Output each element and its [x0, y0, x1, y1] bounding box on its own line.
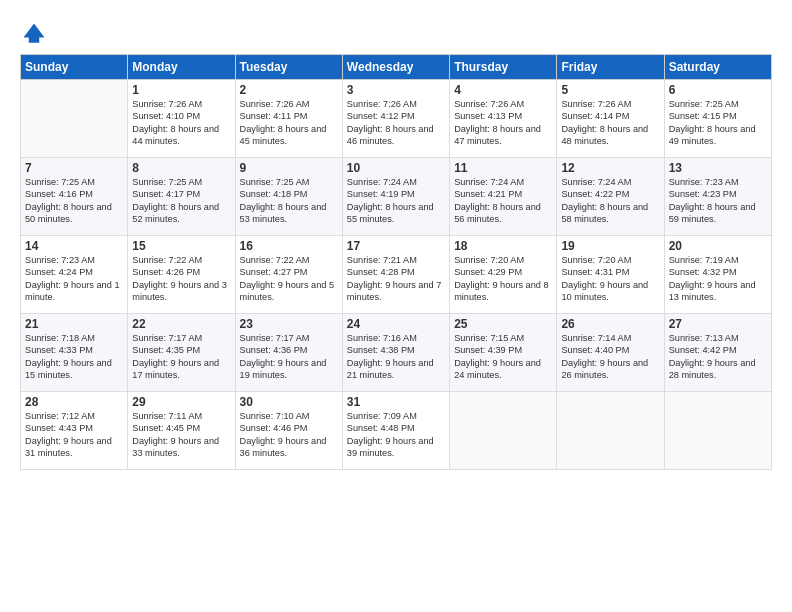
calendar-cell: 27Sunrise: 7:13 AMSunset: 4:42 PMDayligh…	[664, 314, 771, 392]
calendar-cell: 8Sunrise: 7:25 AMSunset: 4:17 PMDaylight…	[128, 158, 235, 236]
cell-info: Sunrise: 7:24 AMSunset: 4:21 PMDaylight:…	[454, 176, 552, 226]
calendar-table: SundayMondayTuesdayWednesdayThursdayFrid…	[20, 54, 772, 470]
cell-info: Sunrise: 7:12 AMSunset: 4:43 PMDaylight:…	[25, 410, 123, 460]
cell-info: Sunrise: 7:19 AMSunset: 4:32 PMDaylight:…	[669, 254, 767, 304]
day-number: 10	[347, 161, 445, 175]
cell-info: Sunrise: 7:22 AMSunset: 4:27 PMDaylight:…	[240, 254, 338, 304]
calendar-week-row: 21Sunrise: 7:18 AMSunset: 4:33 PMDayligh…	[21, 314, 772, 392]
svg-rect-1	[29, 36, 40, 43]
calendar-cell: 6Sunrise: 7:25 AMSunset: 4:15 PMDaylight…	[664, 80, 771, 158]
calendar-cell: 12Sunrise: 7:24 AMSunset: 4:22 PMDayligh…	[557, 158, 664, 236]
calendar-cell: 2Sunrise: 7:26 AMSunset: 4:11 PMDaylight…	[235, 80, 342, 158]
day-header-wednesday: Wednesday	[342, 55, 449, 80]
day-number: 30	[240, 395, 338, 409]
cell-info: Sunrise: 7:25 AMSunset: 4:15 PMDaylight:…	[669, 98, 767, 148]
cell-info: Sunrise: 7:20 AMSunset: 4:31 PMDaylight:…	[561, 254, 659, 304]
logo-icon	[20, 20, 48, 48]
cell-info: Sunrise: 7:09 AMSunset: 4:48 PMDaylight:…	[347, 410, 445, 460]
calendar-cell	[664, 392, 771, 470]
calendar-cell: 9Sunrise: 7:25 AMSunset: 4:18 PMDaylight…	[235, 158, 342, 236]
calendar-cell: 10Sunrise: 7:24 AMSunset: 4:19 PMDayligh…	[342, 158, 449, 236]
cell-info: Sunrise: 7:14 AMSunset: 4:40 PMDaylight:…	[561, 332, 659, 382]
calendar-cell: 3Sunrise: 7:26 AMSunset: 4:12 PMDaylight…	[342, 80, 449, 158]
cell-info: Sunrise: 7:26 AMSunset: 4:14 PMDaylight:…	[561, 98, 659, 148]
cell-info: Sunrise: 7:24 AMSunset: 4:22 PMDaylight:…	[561, 176, 659, 226]
day-number: 13	[669, 161, 767, 175]
calendar-cell: 24Sunrise: 7:16 AMSunset: 4:38 PMDayligh…	[342, 314, 449, 392]
calendar-cell: 11Sunrise: 7:24 AMSunset: 4:21 PMDayligh…	[450, 158, 557, 236]
day-number: 16	[240, 239, 338, 253]
calendar-cell: 29Sunrise: 7:11 AMSunset: 4:45 PMDayligh…	[128, 392, 235, 470]
page-container: SundayMondayTuesdayWednesdayThursdayFrid…	[0, 0, 792, 480]
day-number: 9	[240, 161, 338, 175]
day-number: 29	[132, 395, 230, 409]
calendar-week-row: 7Sunrise: 7:25 AMSunset: 4:16 PMDaylight…	[21, 158, 772, 236]
cell-info: Sunrise: 7:20 AMSunset: 4:29 PMDaylight:…	[454, 254, 552, 304]
cell-info: Sunrise: 7:23 AMSunset: 4:23 PMDaylight:…	[669, 176, 767, 226]
calendar-cell: 31Sunrise: 7:09 AMSunset: 4:48 PMDayligh…	[342, 392, 449, 470]
day-header-saturday: Saturday	[664, 55, 771, 80]
cell-info: Sunrise: 7:25 AMSunset: 4:17 PMDaylight:…	[132, 176, 230, 226]
calendar-cell: 5Sunrise: 7:26 AMSunset: 4:14 PMDaylight…	[557, 80, 664, 158]
cell-info: Sunrise: 7:23 AMSunset: 4:24 PMDaylight:…	[25, 254, 123, 304]
cell-info: Sunrise: 7:21 AMSunset: 4:28 PMDaylight:…	[347, 254, 445, 304]
cell-info: Sunrise: 7:13 AMSunset: 4:42 PMDaylight:…	[669, 332, 767, 382]
calendar-cell	[557, 392, 664, 470]
day-number: 15	[132, 239, 230, 253]
day-header-thursday: Thursday	[450, 55, 557, 80]
calendar-week-row: 14Sunrise: 7:23 AMSunset: 4:24 PMDayligh…	[21, 236, 772, 314]
day-number: 12	[561, 161, 659, 175]
calendar-cell	[450, 392, 557, 470]
calendar-cell: 20Sunrise: 7:19 AMSunset: 4:32 PMDayligh…	[664, 236, 771, 314]
calendar-cell: 7Sunrise: 7:25 AMSunset: 4:16 PMDaylight…	[21, 158, 128, 236]
calendar-cell: 28Sunrise: 7:12 AMSunset: 4:43 PMDayligh…	[21, 392, 128, 470]
day-header-tuesday: Tuesday	[235, 55, 342, 80]
day-number: 23	[240, 317, 338, 331]
day-header-friday: Friday	[557, 55, 664, 80]
day-number: 5	[561, 83, 659, 97]
cell-info: Sunrise: 7:26 AMSunset: 4:11 PMDaylight:…	[240, 98, 338, 148]
day-number: 27	[669, 317, 767, 331]
calendar-cell: 30Sunrise: 7:10 AMSunset: 4:46 PMDayligh…	[235, 392, 342, 470]
header	[20, 16, 772, 48]
day-number: 14	[25, 239, 123, 253]
calendar-week-row: 28Sunrise: 7:12 AMSunset: 4:43 PMDayligh…	[21, 392, 772, 470]
calendar-cell: 17Sunrise: 7:21 AMSunset: 4:28 PMDayligh…	[342, 236, 449, 314]
day-number: 20	[669, 239, 767, 253]
cell-info: Sunrise: 7:22 AMSunset: 4:26 PMDaylight:…	[132, 254, 230, 304]
cell-info: Sunrise: 7:16 AMSunset: 4:38 PMDaylight:…	[347, 332, 445, 382]
calendar-week-row: 1Sunrise: 7:26 AMSunset: 4:10 PMDaylight…	[21, 80, 772, 158]
day-number: 4	[454, 83, 552, 97]
day-number: 2	[240, 83, 338, 97]
calendar-header-row: SundayMondayTuesdayWednesdayThursdayFrid…	[21, 55, 772, 80]
day-number: 17	[347, 239, 445, 253]
day-number: 6	[669, 83, 767, 97]
calendar-cell	[21, 80, 128, 158]
calendar-cell: 15Sunrise: 7:22 AMSunset: 4:26 PMDayligh…	[128, 236, 235, 314]
cell-info: Sunrise: 7:10 AMSunset: 4:46 PMDaylight:…	[240, 410, 338, 460]
cell-info: Sunrise: 7:24 AMSunset: 4:19 PMDaylight:…	[347, 176, 445, 226]
day-number: 25	[454, 317, 552, 331]
svg-marker-0	[24, 24, 45, 38]
day-header-sunday: Sunday	[21, 55, 128, 80]
day-header-monday: Monday	[128, 55, 235, 80]
day-number: 8	[132, 161, 230, 175]
day-number: 11	[454, 161, 552, 175]
calendar-cell: 23Sunrise: 7:17 AMSunset: 4:36 PMDayligh…	[235, 314, 342, 392]
day-number: 1	[132, 83, 230, 97]
calendar-cell: 19Sunrise: 7:20 AMSunset: 4:31 PMDayligh…	[557, 236, 664, 314]
cell-info: Sunrise: 7:26 AMSunset: 4:12 PMDaylight:…	[347, 98, 445, 148]
day-number: 3	[347, 83, 445, 97]
cell-info: Sunrise: 7:17 AMSunset: 4:36 PMDaylight:…	[240, 332, 338, 382]
day-number: 22	[132, 317, 230, 331]
day-number: 31	[347, 395, 445, 409]
day-number: 28	[25, 395, 123, 409]
day-number: 18	[454, 239, 552, 253]
cell-info: Sunrise: 7:18 AMSunset: 4:33 PMDaylight:…	[25, 332, 123, 382]
calendar-cell: 13Sunrise: 7:23 AMSunset: 4:23 PMDayligh…	[664, 158, 771, 236]
day-number: 7	[25, 161, 123, 175]
logo	[20, 20, 50, 48]
cell-info: Sunrise: 7:25 AMSunset: 4:16 PMDaylight:…	[25, 176, 123, 226]
cell-info: Sunrise: 7:15 AMSunset: 4:39 PMDaylight:…	[454, 332, 552, 382]
calendar-cell: 4Sunrise: 7:26 AMSunset: 4:13 PMDaylight…	[450, 80, 557, 158]
